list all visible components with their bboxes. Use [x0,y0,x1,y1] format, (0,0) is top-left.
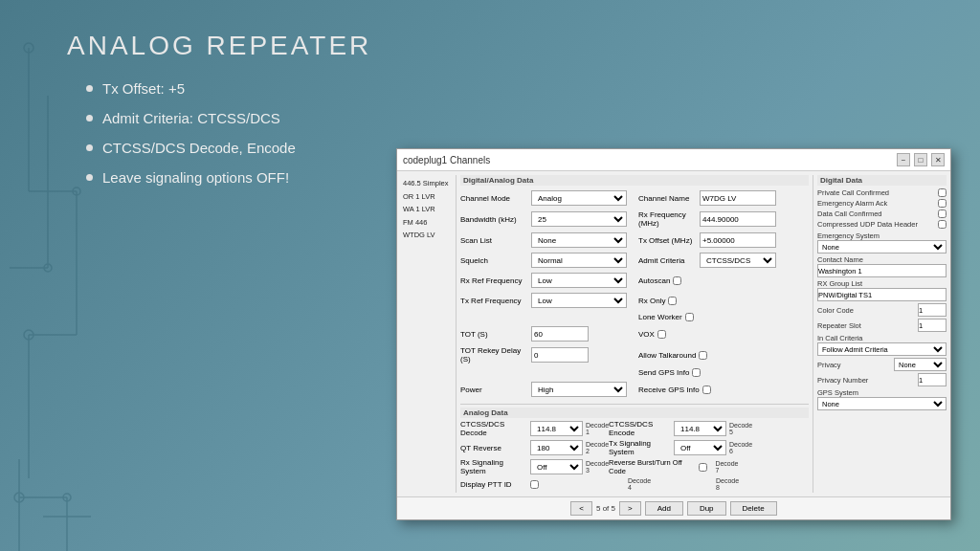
bullet-item-3: CTCSS/DCS Decode, Encode [86,140,980,156]
bullet-item-4: Leave signaling options OFF! [86,169,980,186]
bullet-dot-1 [86,85,93,92]
bullet-item-2: Admit Criteria: CTCSS/DCS [86,110,980,126]
bullet-dot-4 [86,174,93,181]
page-title: ANALOG REPEATER [67,31,980,61]
bullet-dot-3 [86,144,93,151]
bullet-dot-2 [86,115,93,121]
bullet-item-1: Tx Offset: +5 [86,80,980,97]
